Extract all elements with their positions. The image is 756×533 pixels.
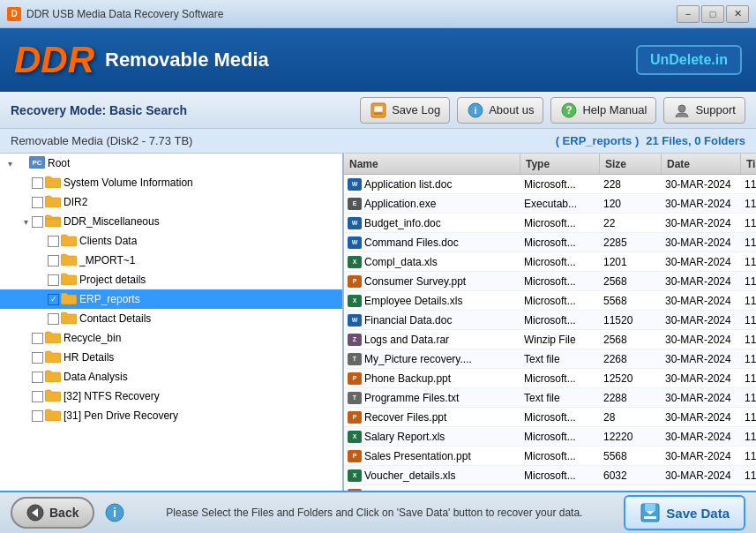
svg-point-7 [678,105,685,112]
tree-item-recycle[interactable]: Recycle_bin [0,328,342,348]
table-row[interactable]: P Consumer Survey.ppt Microsoft... 2568 … [344,272,756,291]
table-row[interactable]: X Voucher_details.xls Microsoft... 6032 … [344,466,756,485]
folder-icon [45,195,61,209]
file-time-cell: 11:35:22 [741,233,756,251]
table-row[interactable]: X Employee Details.xls Microsoft... 5568… [344,291,756,311]
folder-icon [61,273,77,287]
file-type-cell: Microsoft... [520,447,600,465]
table-row[interactable]: P Recover Files.ppt Microsoft... 28 30-M… [344,408,756,427]
folder-icon [61,292,77,306]
file-size-cell: 11520 [600,311,662,329]
header: DDR Removable Media UnDelete.in [0,28,756,92]
tree-item-ntfs[interactable]: [32] NTFS Recovery [0,387,342,406]
logo-ddr: DDR [14,41,94,79]
file-type-icon: W [348,178,362,191]
tree-item-erp[interactable]: ✓ERP_reports [0,289,342,309]
about-icon: i [467,101,484,119]
tree-checkbox[interactable] [32,391,43,402]
table-row[interactable]: W Budget_info.doc Microsoft... 22 30-MAR… [344,214,756,233]
file-size-cell: 5568 [600,291,662,310]
tree-item-data_analysis[interactable]: Data Analysis [0,367,342,387]
table-row[interactable]: W Financial Data.doc Microsoft... 11520 … [344,311,756,330]
table-row[interactable]: P Phone Backup.ppt Microsoft... 12520 30… [344,369,756,388]
support-icon [673,101,691,119]
tree-checkbox[interactable] [48,274,59,286]
help-manual-button[interactable]: ? Help Manual [550,97,656,124]
tree-label: Contact Details [79,312,151,325]
minimize-button[interactable]: − [677,5,700,23]
titlebar-left: D DDR USB Media Data Recovery Software [7,7,223,21]
tree-checkbox[interactable] [32,216,43,228]
table-row[interactable]: X Compl_data.xls Microsoft... 1201 30-MA… [344,252,756,272]
tree-item-_mport[interactable]: _MPORT~1 [0,251,342,270]
main-content: Removable Media (Disk2 - 7.73 TB) ( ERP_… [0,129,756,491]
table-row[interactable]: E Application.exe Executab... 120 30-MAR… [344,194,756,214]
tree-item-project[interactable]: Project details [0,270,342,289]
tree-checkbox[interactable] [32,333,43,344]
about-us-button[interactable]: i About us [457,97,543,124]
file-name-cell: X Salary Report.xls [344,427,520,446]
file-date-cell: 30-MAR-2024 [662,272,741,290]
save-data-button[interactable]: Save Data [624,495,745,530]
tree-checkbox[interactable]: ✓ [48,294,59,305]
tree-checkbox[interactable] [48,313,59,325]
table-row[interactable]: X Salary Report.xls Microsoft... 12220 3… [344,427,756,447]
file-type-icon: Z [348,334,362,346]
path-count-label: 21 Files, 0 Folders [646,134,745,147]
file-name-cell: X Voucher_details.xls [344,466,520,484]
tree-checkbox[interactable] [48,255,59,266]
tree-checkbox[interactable] [32,197,43,208]
tree-item-hr[interactable]: HR Details [0,348,342,367]
save-log-button[interactable]: Save Log [360,97,450,124]
file-time-cell: 11:31:02 [741,194,756,213]
svg-text:i: i [475,105,477,116]
tree-item-clients[interactable]: Clients Data [0,231,342,251]
svg-text:?: ? [566,104,573,116]
folder-icon [61,234,77,248]
file-date-cell: 30-MAR-2024 [662,427,741,446]
file-name-cell: W Application list.doc [344,175,520,193]
close-button[interactable]: ✕ [726,5,749,23]
file-type-cell: Microsoft... [520,369,600,387]
table-row[interactable]: T My_Picture recovery.... Text file 2268… [344,349,756,369]
tree-item-contact[interactable]: Contact Details [0,309,342,328]
back-button[interactable]: Back [11,497,94,529]
file-type-icon: E [348,198,362,210]
tree-item-dir2[interactable]: DIR2 [0,192,342,212]
file-date-cell: 30-MAR-2024 [662,447,741,465]
tree-item-svi[interactable]: System Volume Information [0,173,342,192]
file-date-cell: 30-MAR-2024 [662,485,741,491]
table-row[interactable]: W Application list.doc Microsoft... 228 … [344,175,756,194]
tree-label: [31] Pen Drive Recovery [64,409,178,422]
file-type-cell: Microsoft... [520,272,600,290]
file-list: W Application list.doc Microsoft... 228 … [344,175,756,491]
tree-label: Data Analysis [64,371,128,383]
table-row[interactable]: W Command Files.doc Microsoft... 2285 30… [344,233,756,252]
tree-label: System Volume Information [64,176,193,189]
table-row[interactable]: P Work Product.ppt Microsoft... 11520 30… [344,485,756,491]
table-row[interactable]: T Programme Files.txt Text file 2288 30-… [344,388,756,408]
file-size-cell: 2285 [600,233,662,251]
file-type-icon: P [348,489,362,492]
tree-checkbox[interactable] [48,236,59,247]
table-row[interactable]: Z Logs and Data.rar Winzip File 2568 30-… [344,330,756,349]
tree-label: Root [48,157,70,169]
file-time-cell: 11:35:22 [741,214,756,232]
table-row[interactable]: P Sales Presentation.ppt Microsoft... 55… [344,447,756,466]
tree-checkbox[interactable] [32,177,43,189]
file-type-icon: P [348,275,362,288]
file-date-cell: 30-MAR-2024 [662,408,741,426]
tree-checkbox[interactable] [32,372,43,383]
tree-checkbox[interactable] [32,410,43,422]
file-size-cell: 6032 [600,466,662,484]
tree-item-ddr_misc[interactable]: ▾DDR_Miscellaneous [0,212,342,231]
tree-label: Clients Data [79,235,137,247]
tree-item-pendrive[interactable]: [31] Pen Drive Recovery [0,406,342,425]
support-button[interactable]: Support [663,97,745,124]
tree-checkbox[interactable] [32,352,43,364]
maximize-button[interactable]: □ [701,5,724,23]
tree-item-root[interactable]: ▾PCRoot [0,154,342,173]
file-size-cell: 12220 [600,427,662,446]
header-type: Type [520,154,600,174]
file-name-cell: P Phone Backup.ppt [344,369,520,387]
